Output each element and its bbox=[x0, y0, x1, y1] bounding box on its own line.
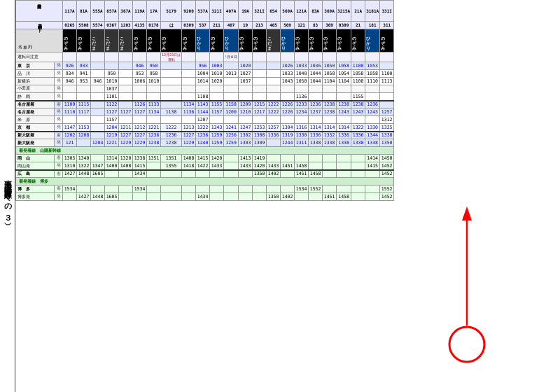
ha-1: 1534 bbox=[63, 186, 77, 193]
so-arr-17: 1330 bbox=[295, 132, 309, 139]
train-num-9: 9200 bbox=[182, 1, 196, 22]
okayama-dep-label: 発 bbox=[55, 162, 63, 170]
kyoto-4: 1204 bbox=[105, 124, 119, 132]
train-type-10: ひかり bbox=[196, 29, 210, 52]
hiroshima-arr-label: 着 bbox=[55, 170, 63, 178]
od-4: 1037 bbox=[105, 85, 119, 93]
res-9: 0309 bbox=[182, 22, 196, 29]
tokyo-row: 東 京 発 926 933 946 950 956 1003 bbox=[16, 62, 394, 70]
nd-5: 1127 bbox=[119, 108, 133, 116]
shin-yokohama-row: 新横浜 発 946 953 946 1010 1006 1010 1014 10… bbox=[16, 78, 394, 85]
res-16: 569 bbox=[281, 22, 295, 29]
tokyo-dep-6: 946 bbox=[133, 62, 147, 70]
had-12 bbox=[224, 193, 239, 201]
ok-arr-3 bbox=[91, 155, 105, 162]
train-num-20: 3215A bbox=[337, 1, 351, 22]
so-arr-10: 1236 bbox=[196, 132, 210, 139]
shiz-11 bbox=[210, 93, 224, 101]
res-22: 181 bbox=[365, 22, 380, 29]
tokyo-dep-4 bbox=[105, 62, 119, 70]
okayama-station: 岡 山 bbox=[16, 155, 55, 162]
res-18: 83 bbox=[309, 22, 323, 29]
op-20 bbox=[337, 52, 351, 62]
op-17 bbox=[295, 52, 309, 62]
train-num-6: 119A bbox=[133, 1, 147, 22]
op-10 bbox=[196, 52, 210, 62]
nagoya-arr-3 bbox=[91, 101, 105, 108]
so-dep-5: 1229 bbox=[119, 139, 133, 147]
mai-16 bbox=[281, 116, 295, 124]
ok-dep-15: 1433 bbox=[267, 162, 281, 170]
op-6 bbox=[133, 52, 147, 62]
ha-14 bbox=[253, 186, 267, 193]
train-type-14: のぞみ bbox=[253, 29, 267, 52]
mai-8 bbox=[161, 116, 182, 124]
sy-13: 1037 bbox=[239, 78, 253, 85]
reservation-code-row: 列車予約コード 0265 5508 5574 0367 1203 4135 01… bbox=[16, 22, 394, 29]
nagoya-row: 名古屋着 着 1109 1115 1122 1126 1133 1134 114… bbox=[16, 101, 394, 108]
nagoya-station: 名古屋着 bbox=[16, 101, 55, 108]
od-8 bbox=[161, 85, 182, 93]
hi-12 bbox=[224, 170, 239, 178]
train-type-13: のぞみ bbox=[239, 29, 253, 52]
ok-arr-10: 1415 bbox=[196, 155, 210, 162]
kyoto-14: 1253 bbox=[253, 124, 267, 132]
nd-23: 1257 bbox=[380, 108, 394, 116]
so-dep-8: 1238 bbox=[161, 139, 182, 147]
so-arr-16: 1319 bbox=[281, 132, 295, 139]
mai-11 bbox=[210, 116, 224, 124]
res-6: 4135 bbox=[133, 22, 147, 29]
nd-22: 1243 bbox=[365, 108, 380, 116]
ok-dep-9: 1418 bbox=[182, 162, 196, 170]
nagoya-arr-13: 1209 bbox=[239, 101, 253, 108]
nd-9: 1136 bbox=[182, 108, 196, 116]
ok-arr-4: 1314 bbox=[105, 155, 119, 162]
ok-arr-11: 1420 bbox=[210, 155, 224, 162]
had-18 bbox=[309, 193, 323, 201]
svg-marker-2 bbox=[462, 206, 472, 220]
nagoya-arr-19: 1238 bbox=[323, 101, 337, 108]
s-19: 1058 bbox=[323, 70, 337, 78]
timetable-area[interactable]: 列車番号 117A 81A 555A 657A 367A 119A 17A 51… bbox=[15, 0, 546, 392]
od-20 bbox=[337, 85, 351, 93]
sanyo-section-header: 着発着線 山陽新幹線 bbox=[16, 147, 394, 155]
hi-11 bbox=[210, 170, 224, 178]
tokyo-dep-label: 発 bbox=[55, 62, 63, 70]
ha-12 bbox=[224, 186, 239, 193]
sy-14 bbox=[253, 78, 267, 85]
s-13: 1027 bbox=[239, 70, 253, 78]
s-16: 1033 bbox=[281, 70, 295, 78]
kyoto-16: 1304 bbox=[281, 124, 295, 132]
hakata-station: 博 多 bbox=[16, 186, 55, 193]
op-4 bbox=[105, 52, 119, 62]
kyoto-12: 1241 bbox=[224, 124, 239, 132]
res-7: 0178 bbox=[147, 22, 161, 29]
sy-2: 953 bbox=[77, 78, 91, 85]
ok-arr-8: 1351 bbox=[161, 155, 182, 162]
shiz-5 bbox=[119, 93, 133, 101]
ha-20 bbox=[337, 186, 351, 193]
so-arr-18: 1336 bbox=[309, 132, 323, 139]
shiz-1 bbox=[63, 93, 77, 101]
mai-2 bbox=[77, 116, 91, 124]
hi-2: 1448 bbox=[77, 170, 91, 178]
ok-dep-3: 1347 bbox=[91, 162, 105, 170]
so-arr-13: 1302 bbox=[239, 132, 253, 139]
had-13 bbox=[239, 193, 253, 201]
od-14 bbox=[253, 85, 267, 93]
od-12 bbox=[224, 85, 239, 93]
so-arr-21: 1336 bbox=[351, 132, 365, 139]
sy-4: 1010 bbox=[105, 78, 119, 85]
train-type-3: こだま bbox=[91, 29, 105, 52]
sy-17: 1050 bbox=[295, 78, 309, 85]
shiz-21: 1155 bbox=[351, 93, 365, 101]
nagoya-arr-2: 1115 bbox=[77, 101, 91, 108]
train-type-6: のぞみ bbox=[133, 29, 147, 52]
s-17: 1040 bbox=[295, 70, 309, 78]
train-num-10: 537A bbox=[196, 1, 210, 22]
had-22 bbox=[365, 193, 380, 201]
so-dep-18: 1338 bbox=[309, 139, 323, 147]
train-type-18: のぞみ bbox=[309, 29, 323, 52]
ha-4 bbox=[105, 186, 119, 193]
nagoya-arr-23 bbox=[380, 101, 394, 108]
